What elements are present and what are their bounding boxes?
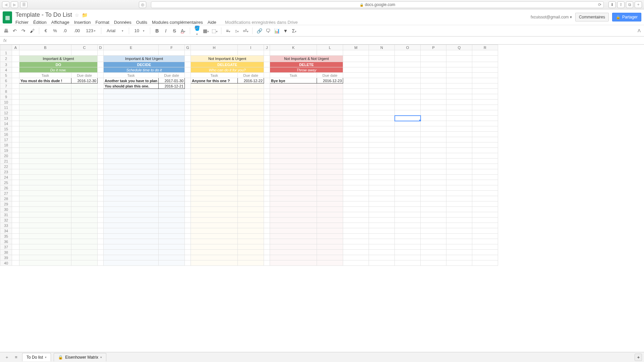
cell-H9[interactable]: [191, 94, 238, 100]
cell-B31[interactable]: [19, 212, 71, 218]
cell-C24[interactable]: [71, 175, 98, 180]
cell-B1[interactable]: [19, 50, 71, 56]
cell-J15[interactable]: [264, 126, 270, 132]
cell-B20[interactable]: [19, 153, 71, 159]
cell-A14[interactable]: [12, 121, 19, 126]
row-header-16[interactable]: 16: [0, 132, 12, 137]
cell-B24[interactable]: [19, 175, 71, 180]
cell-J7[interactable]: [264, 83, 270, 89]
cell-I20[interactable]: [238, 153, 264, 159]
cell-B7[interactable]: [19, 83, 71, 89]
cell-Q32[interactable]: [446, 218, 472, 223]
cell-J40[interactable]: [264, 260, 270, 266]
cell-M24[interactable]: [343, 175, 369, 180]
cell-K29[interactable]: [270, 201, 317, 207]
cell-F8[interactable]: [159, 89, 185, 94]
redo-icon[interactable]: ↷: [21, 28, 26, 34]
cell-G35[interactable]: [185, 234, 191, 239]
cell-A28[interactable]: [12, 196, 19, 201]
row-header-30[interactable]: 30: [0, 207, 12, 212]
cell-R17[interactable]: [472, 137, 498, 142]
cell-O16[interactable]: [395, 132, 421, 137]
cell-P15[interactable]: [421, 126, 446, 132]
cell-I16[interactable]: [238, 132, 264, 137]
cell-M2[interactable]: [343, 56, 369, 62]
cell-E5[interactable]: Task: [104, 73, 159, 78]
cell-M19[interactable]: [343, 148, 369, 153]
cell-R10[interactable]: [472, 100, 498, 105]
cell-G7[interactable]: [185, 83, 191, 89]
cell-A33[interactable]: [12, 223, 19, 228]
cell-C17[interactable]: [71, 137, 98, 142]
cell-I17[interactable]: [238, 137, 264, 142]
cell-M36[interactable]: [343, 239, 369, 244]
cell-Q40[interactable]: [446, 260, 472, 266]
cell-A19[interactable]: [12, 148, 19, 153]
col-header-F[interactable]: F: [159, 45, 185, 50]
cell-A40[interactable]: [12, 260, 19, 266]
cell-E28[interactable]: [104, 196, 159, 201]
cell-H14[interactable]: [191, 121, 238, 126]
cell-E38[interactable]: [104, 250, 159, 255]
cell-K39[interactable]: [270, 255, 317, 260]
cell-C19[interactable]: [71, 148, 98, 153]
cell-H18[interactable]: [191, 142, 238, 148]
cell-F25[interactable]: [159, 180, 185, 185]
cell-B21[interactable]: [19, 159, 71, 164]
cell-K22[interactable]: [270, 164, 317, 169]
cell-B15[interactable]: [19, 126, 71, 132]
col-header-O[interactable]: O: [395, 45, 421, 50]
font-size-select[interactable]: 10 ▾: [133, 27, 146, 34]
menu-modules[interactable]: Modules complémentaires: [152, 20, 203, 25]
cell-F30[interactable]: [159, 207, 185, 212]
cell-M20[interactable]: [343, 153, 369, 159]
cell-Q28[interactable]: [446, 196, 472, 201]
cell-N25[interactable]: [369, 180, 395, 185]
cell-R2[interactable]: [472, 56, 498, 62]
cell-C22[interactable]: [71, 164, 98, 169]
cell-O11[interactable]: [395, 105, 421, 110]
cell-R18[interactable]: [472, 142, 498, 148]
cell-A18[interactable]: [12, 142, 19, 148]
cell-L22[interactable]: [317, 164, 343, 169]
cell-N5[interactable]: [369, 73, 395, 78]
cell-H32[interactable]: [191, 218, 238, 223]
menu-edition[interactable]: Édition: [33, 20, 47, 25]
cell-N37[interactable]: [369, 244, 395, 250]
cell-K13[interactable]: [270, 116, 317, 121]
cell-J27[interactable]: [264, 191, 270, 196]
cell-R6[interactable]: [472, 78, 498, 83]
cell-M29[interactable]: [343, 201, 369, 207]
cell-C26[interactable]: [71, 185, 98, 191]
link-button[interactable]: 🔗: [257, 28, 262, 34]
cell-H1[interactable]: [191, 50, 238, 56]
cell-C16[interactable]: [71, 132, 98, 137]
paint-format-icon[interactable]: 🖌: [30, 28, 35, 34]
row-header-24[interactable]: 24: [0, 175, 12, 180]
cell-K21[interactable]: [270, 159, 317, 164]
cell-E21[interactable]: [104, 159, 159, 164]
cell-J18[interactable]: [264, 142, 270, 148]
cell-B34[interactable]: [19, 228, 71, 234]
cell-M3[interactable]: [343, 62, 369, 67]
cell-A5[interactable]: [12, 73, 19, 78]
cell-R33[interactable]: [472, 223, 498, 228]
col-header-J[interactable]: J: [264, 45, 270, 50]
cell-N6[interactable]: [369, 78, 395, 83]
cell-H8[interactable]: [191, 89, 238, 94]
cell-H20[interactable]: [191, 153, 238, 159]
cell-I7[interactable]: [238, 83, 264, 89]
doc-title[interactable]: Template - To Do List: [15, 11, 72, 18]
cell-F31[interactable]: [159, 212, 185, 218]
cell-Q10[interactable]: [446, 100, 472, 105]
cell-G25[interactable]: [185, 180, 191, 185]
cell-G37[interactable]: [185, 244, 191, 250]
cell-A29[interactable]: [12, 201, 19, 207]
cell-D15[interactable]: [98, 126, 104, 132]
row-header-34[interactable]: 34: [0, 228, 12, 234]
cell-H33[interactable]: [191, 223, 238, 228]
cell-M39[interactable]: [343, 255, 369, 260]
cell-P35[interactable]: [421, 234, 446, 239]
nav-forward-button[interactable]: ▶: [11, 1, 18, 8]
cell-D27[interactable]: [98, 191, 104, 196]
